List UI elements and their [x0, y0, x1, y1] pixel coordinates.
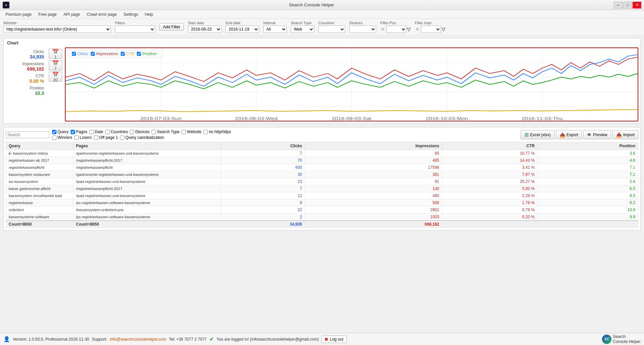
cell-page: /pc-registrierkassen-software-kassensyst… — [73, 199, 221, 206]
cb-no-http-input[interactable] — [203, 130, 208, 134]
cb-winners-input[interactable] — [52, 136, 56, 140]
table-row[interactable]: kassensystem einzelhandel ipad /ipad-reg… — [6, 192, 638, 199]
view-30day-button[interactable]: 📅 30 — [49, 72, 62, 82]
table-row[interactable]: registrierkassen ab 2017 /registrierkass… — [6, 157, 638, 164]
website-select[interactable]: http://registrierkassen-test.info/ (Onli… — [3, 26, 111, 33]
end-date-select[interactable]: 2016-11-19 — [226, 26, 259, 33]
cb-countries-input[interactable] — [105, 130, 110, 134]
support-email[interactable]: info@searchconsolehelper.com — [110, 337, 166, 342]
th-ctr[interactable]: CTR — [442, 142, 537, 150]
start-date-select[interactable]: 2016-06-23 — [188, 26, 222, 33]
website-label: Website — [3, 21, 111, 25]
cell-position: 6.5 — [537, 185, 638, 192]
table-row[interactable]: kasse gastronomie pflicht /registrierkas… — [6, 185, 638, 192]
table-row[interactable]: ios kassensystem /ipad-registrierkassen-… — [6, 178, 638, 185]
cb-date[interactable]: Date — [89, 129, 103, 134]
excel-button[interactable]: ⊞ Excel (xlsx) — [521, 130, 554, 139]
table-row[interactable]: kassensystem restaurant /gastronomie-reg… — [6, 171, 638, 178]
legend-impressions[interactable]: Impressions — [91, 51, 118, 56]
view-7day-button[interactable]: 📅 7 — [49, 60, 62, 70]
filter-impr-clear[interactable]: ✕ — [415, 27, 420, 32]
cb-countries[interactable]: Countries — [105, 129, 128, 134]
menu-api[interactable]: API page — [61, 11, 83, 17]
table-section: Query Pages Date Countries — [3, 127, 641, 230]
minimize-button[interactable]: ─ — [614, 2, 622, 8]
export-button[interactable]: 📤 Export — [556, 130, 582, 139]
legend-clicks[interactable]: Clicks — [72, 51, 88, 56]
cb-devices-input[interactable] — [130, 130, 134, 134]
countries-select[interactable] — [318, 26, 345, 33]
menu-settings[interactable]: Settings — [121, 11, 141, 17]
cb-no-http[interactable]: no http/https — [203, 129, 231, 134]
table-row[interactable]: orderbird /kassensystem-orderbird-pos 22… — [6, 206, 638, 214]
legend-clicks-checkbox[interactable] — [72, 52, 76, 56]
add-filter-button[interactable]: Add Filter — [159, 23, 184, 31]
legend-impressions-checkbox[interactable] — [91, 52, 95, 56]
search-type-select[interactable]: Web — [291, 26, 314, 33]
cb-pages[interactable]: Pages — [71, 129, 87, 134]
cb-query-input[interactable] — [52, 130, 56, 134]
th-clicks[interactable]: Clicks — [221, 142, 305, 150]
cell-ctr: 1.78 % — [442, 199, 537, 206]
filter-pos-icon: ▽ — [407, 27, 411, 32]
th-pages[interactable]: Pages — [73, 142, 221, 150]
footer-query-count: Count=8650 — [6, 221, 73, 228]
legend-ctr[interactable]: CTR — [121, 51, 134, 56]
th-impressions[interactable]: Impressions — [305, 142, 442, 150]
table-row[interactable]: kassensysteme software /pc-registrierkas… — [6, 214, 638, 221]
logout-button[interactable]: ✖ Log out — [321, 336, 346, 343]
legend-position-checkbox[interactable] — [137, 52, 141, 56]
cell-position: 9.9 — [537, 214, 638, 221]
chart-view-buttons: 📅 1 📅 7 📅 30 — [49, 47, 62, 121]
filter-pos-clear[interactable]: ✕ — [380, 27, 386, 32]
cb-devices[interactable]: Devices — [130, 129, 150, 134]
cb-winners[interactable]: Winners — [52, 135, 72, 140]
close-button[interactable]: ✕ — [633, 2, 641, 8]
cell-page: /kassensystem-orderbird-pos — [73, 206, 221, 214]
th-query[interactable]: Query — [6, 142, 73, 150]
cb-losers[interactable]: Losers — [74, 135, 92, 140]
cb-search-type-input[interactable] — [152, 130, 156, 134]
preview-button[interactable]: 👁 Preview — [583, 130, 611, 139]
cb-losers-input[interactable] — [74, 136, 79, 140]
chart-legend: Clicks Impressions CTR Position — [69, 50, 162, 58]
interval-select[interactable]: All — [263, 26, 287, 33]
menu-free[interactable]: Free page — [36, 11, 59, 17]
cb-cannibalization-input[interactable] — [120, 136, 124, 140]
cb-off-page1-input[interactable] — [94, 136, 98, 140]
preview-icon: 👁 — [587, 132, 592, 138]
cell-ctr: 0.79 % — [442, 206, 537, 214]
cell-impressions: 506 — [305, 199, 442, 206]
menu-crawl[interactable]: Crawl error page — [84, 11, 119, 17]
devices-select[interactable] — [349, 26, 376, 33]
search-type-group: Search Type Web — [291, 21, 314, 33]
filters-select[interactable] — [115, 26, 155, 33]
cb-cannibalization[interactable]: Query cannibalization — [120, 135, 164, 140]
th-position[interactable]: Position — [537, 142, 638, 150]
cb-date-input[interactable] — [89, 130, 94, 134]
menu-premium[interactable]: Premium page — [3, 11, 34, 17]
table-row[interactable]: registrierkasse /pc-registrierkassen-sof… — [6, 199, 638, 206]
cb-pages-input[interactable] — [71, 130, 75, 134]
table-row[interactable]: registrierkassenpflicht /registrierkasse… — [6, 164, 638, 171]
view-1day-button[interactable]: 📅 1 — [49, 49, 62, 59]
legend-ctr-checkbox[interactable] — [121, 52, 125, 56]
table-row[interactable]: ▶kassensystem imbiss /gastronomie-regist… — [6, 150, 638, 157]
filter-pos-select[interactable] — [386, 26, 406, 33]
maximize-button[interactable]: □ — [623, 2, 632, 8]
chart-container: Clicks 34,935 Impressions 698,182 CTR 5.… — [6, 47, 638, 121]
import-button[interactable]: 📥 Import — [612, 130, 638, 139]
cb-search-type[interactable]: Search Type — [152, 129, 179, 134]
filter-impr-select[interactable] — [421, 26, 441, 33]
cb-website-input[interactable] — [182, 130, 186, 134]
cell-ctr: 2.29 % — [442, 192, 537, 199]
cell-ctr: 14.43 % — [442, 157, 537, 164]
chart-stats: Clicks 34,935 Impressions 698,182 CTR 5.… — [6, 47, 46, 121]
cell-ctr: 5.00 % — [442, 185, 537, 192]
legend-position[interactable]: Position — [137, 51, 157, 56]
cb-query[interactable]: Query — [52, 129, 69, 134]
search-input[interactable] — [6, 131, 49, 138]
cb-off-page1[interactable]: Off page 1 — [94, 135, 118, 140]
cb-website[interactable]: Website — [182, 129, 201, 134]
menu-help[interactable]: Help — [142, 11, 156, 17]
